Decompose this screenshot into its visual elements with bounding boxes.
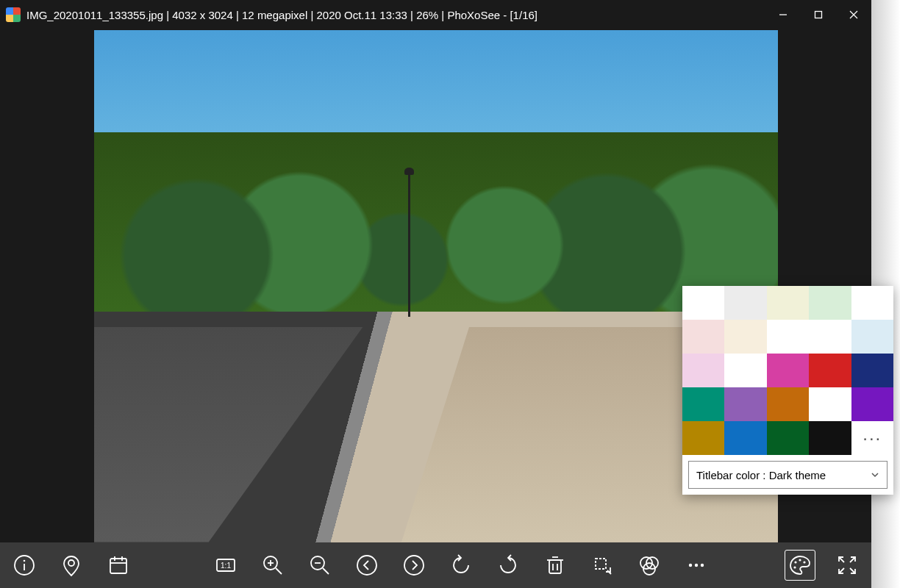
color-palette: ··· [682,286,893,455]
more-icon [685,553,708,577]
svg-line-43 [839,568,844,573]
filter-icon [638,553,661,577]
color-swatch-15[interactable] [682,387,724,421]
zoom-out-icon [308,553,332,577]
calendar-button[interactable] [103,550,134,581]
close-icon [849,10,858,19]
app-logo-icon [6,7,21,22]
close-button[interactable] [836,0,871,29]
svg-rect-23 [549,560,561,573]
color-swatch-21[interactable] [724,421,766,455]
more-colors-button[interactable]: ··· [851,421,893,455]
svg-point-37 [799,559,801,561]
color-swatch-9[interactable] [851,320,893,354]
crop-icon [590,553,614,577]
color-swatch-22[interactable] [767,421,809,455]
calendar-icon [107,553,130,577]
color-swatch-6[interactable] [724,320,766,354]
color-swatch-10[interactable] [682,354,724,387]
maximize-icon [814,10,823,19]
actual-size-button[interactable]: 1:1 [210,550,241,581]
actual-size-icon: 1:1 [214,553,238,577]
window-title: IMG_20201011_133355.jpg | 4032 x 3024 | … [26,9,765,21]
svg-point-7 [68,560,74,566]
gps-button[interactable] [56,550,87,581]
svg-point-21 [357,556,376,575]
svg-line-40 [839,557,844,562]
titlebar: IMG_20201011_133355.jpg | 4032 x 3024 | … [0,0,871,29]
bottom-toolbar: 1:1 [0,542,871,588]
info-button[interactable] [9,550,40,581]
svg-point-22 [404,556,424,575]
svg-point-35 [701,564,704,567]
color-swatch-16[interactable] [724,387,766,421]
color-swatch-19[interactable] [851,387,893,421]
image-viewport[interactable]: ··· Titlebar color : Dark theme [0,29,871,542]
rotate-right-button[interactable] [493,550,524,581]
theme-dropdown-label: Titlebar color : Dark theme [696,469,826,481]
fullscreen-button[interactable] [832,550,863,581]
info-icon [12,553,36,577]
app-window: IMG_20201011_133355.jpg | 4032 x 3024 | … [0,0,871,588]
svg-text:1:1: 1:1 [221,562,231,570]
svg-rect-28 [596,559,606,569]
color-swatch-8[interactable] [809,320,851,354]
color-swatch-18[interactable] [809,387,851,421]
minimize-button[interactable] [765,0,801,29]
more-button[interactable] [681,550,712,581]
displayed-photo [94,30,778,542]
prev-icon [355,553,379,577]
window-controls [765,0,871,29]
palette-icon [788,553,812,577]
color-swatch-5[interactable] [682,320,724,354]
next-button[interactable] [399,550,429,581]
svg-line-19 [323,568,329,574]
rotate-left-icon [449,553,473,577]
svg-point-5 [24,560,26,562]
color-swatch-17[interactable] [767,387,809,421]
color-swatch-1[interactable] [724,286,766,320]
color-swatch-12[interactable] [767,354,809,387]
delete-icon [543,553,567,577]
minimize-icon [779,10,788,19]
color-swatch-11[interactable] [724,354,766,387]
zoom-in-icon [261,553,285,577]
svg-rect-1 [815,12,822,18]
maximize-button[interactable] [801,0,836,29]
color-swatch-13[interactable] [809,354,851,387]
crop-button[interactable] [587,550,618,581]
svg-line-41 [850,557,855,562]
color-swatch-14[interactable] [851,354,893,387]
rotate-right-icon [496,553,520,577]
chevron-down-icon [871,470,879,479]
svg-point-39 [793,566,796,568]
location-icon [60,553,83,577]
zoom-out-button[interactable] [304,550,335,581]
svg-line-15 [276,568,282,574]
palette-button[interactable] [785,550,815,581]
prev-button[interactable] [351,550,382,581]
svg-point-38 [803,561,805,563]
color-swatch-7[interactable] [767,320,809,354]
svg-rect-8 [110,559,126,573]
svg-point-33 [689,564,692,567]
delete-button[interactable] [540,550,571,581]
zoom-in-button[interactable] [257,550,288,581]
color-swatch-0[interactable] [682,286,724,320]
fullscreen-icon [835,553,859,577]
color-swatch-2[interactable] [767,286,809,320]
svg-line-42 [850,568,855,573]
next-icon [402,553,426,577]
color-swatch-23[interactable] [809,421,851,455]
color-swatch-4[interactable] [851,286,893,320]
titlebar-color-popup: ··· Titlebar color : Dark theme [682,286,893,495]
color-filter-button[interactable] [634,550,665,581]
rotate-left-button[interactable] [446,550,476,581]
color-swatch-3[interactable] [809,286,851,320]
theme-dropdown[interactable]: Titlebar color : Dark theme [688,461,888,489]
svg-point-34 [695,564,698,567]
color-swatch-20[interactable] [682,421,724,455]
svg-point-36 [794,561,796,563]
